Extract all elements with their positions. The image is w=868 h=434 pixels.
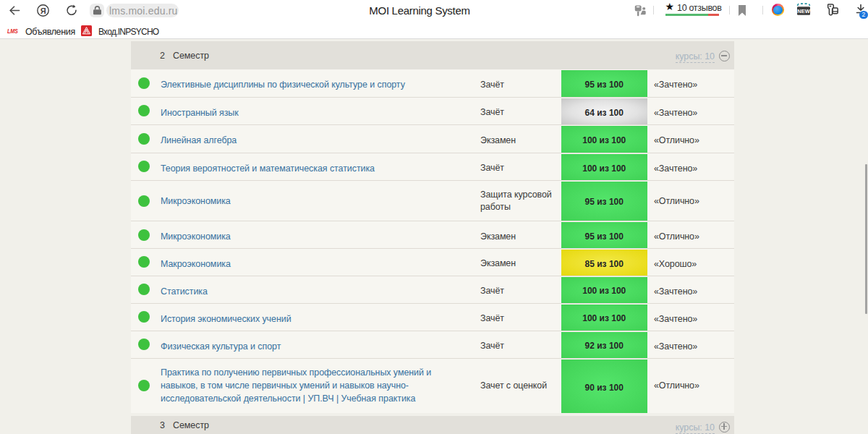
svg-text:Я: Я [41,6,46,14]
svg-text:NEW: NEW [797,8,810,14]
